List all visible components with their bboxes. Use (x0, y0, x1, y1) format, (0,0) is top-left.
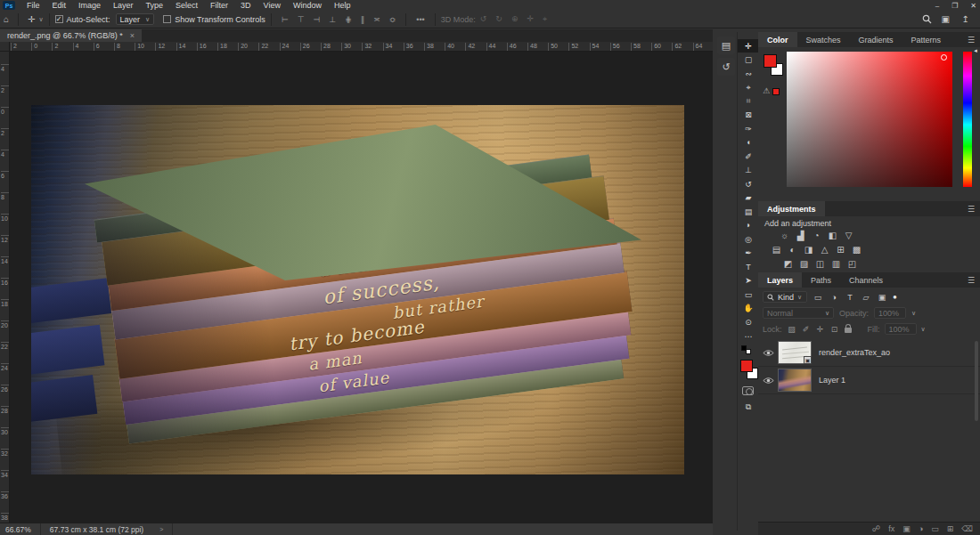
path-selection-tool[interactable]: ➤ (738, 274, 759, 288)
crop-tool[interactable]: ⌗ (738, 94, 759, 108)
history-panel-icon[interactable]: ↺ (717, 58, 735, 76)
delete-layer-icon[interactable]: ⌫ (961, 524, 973, 533)
search-icon[interactable] (922, 14, 932, 24)
layer-thumbnail[interactable] (778, 369, 812, 392)
align-center-icon[interactable]: ⊤ (293, 15, 309, 24)
default-background-swatch[interactable] (746, 349, 751, 354)
libraries-panel-icon[interactable]: ▤ (717, 36, 735, 54)
filter-pin-toggle[interactable]: ● (893, 293, 897, 301)
distribute-vertical-icon[interactable]: ⋕ (340, 15, 356, 24)
adjustment-layer-icon[interactable]: ◑ (919, 524, 923, 533)
zoom-tool[interactable]: ⊙ (738, 315, 759, 328)
lock-position-icon[interactable]: ✛ (815, 324, 826, 335)
menu-edit[interactable]: Edit (46, 1, 73, 10)
panel-foreground-swatch[interactable] (764, 54, 777, 68)
tab-patterns[interactable]: Patterns (902, 32, 951, 47)
color-panel-menu-icon[interactable]: ☰ (968, 36, 975, 45)
visibility-eye-icon[interactable] (758, 377, 778, 385)
color-balance-adjustment[interactable]: ◐ (786, 244, 799, 255)
color-picker-ring[interactable] (941, 54, 947, 61)
distribute-bottom-icon[interactable]: ≎ (385, 15, 401, 24)
gamut-warning-swatch[interactable] (772, 88, 780, 95)
rectangle-tool[interactable]: ▭ (738, 288, 759, 301)
close-button[interactable]: ✕ (970, 2, 976, 10)
opacity-scrubber-icon[interactable]: ∨ (911, 310, 916, 317)
layer-name[interactable]: Layer 1 (819, 376, 845, 385)
align-left-icon[interactable]: ⊢ (277, 15, 293, 24)
lock-pixels-icon[interactable]: ✐ (801, 324, 812, 335)
canvas-document[interactable]: Try not tobecomea manof success,but rath… (31, 105, 684, 474)
layer-row-layer-1[interactable]: Layer 1 (758, 367, 980, 394)
levels-adjustment[interactable]: ▟ (794, 230, 807, 241)
layer-mask-icon[interactable]: ▣ (902, 524, 911, 533)
color-spectrum-field[interactable] (787, 52, 952, 187)
rectangular-marquee-tool[interactable]: ▢ (738, 53, 759, 67)
auto-select-dropdown[interactable]: Layer ∨ (116, 13, 155, 25)
ruler-origin-corner[interactable] (0, 42, 10, 52)
adjustments-panel-menu-icon[interactable]: ☰ (968, 205, 975, 214)
hue-slider[interactable] (963, 52, 972, 187)
eraser-tool[interactable]: ▰ (738, 191, 759, 205)
share-icon[interactable]: ↥ (959, 14, 973, 24)
align-right-icon[interactable]: ⊣ (308, 15, 324, 24)
history-brush-tool[interactable]: ↺ (738, 177, 759, 190)
gradient-map-adjustment[interactable]: ▥ (829, 258, 843, 270)
link-layers-icon[interactable]: ☍ (872, 524, 880, 533)
visibility-eye-icon[interactable] (758, 349, 778, 357)
menu-help[interactable]: Help (328, 1, 357, 10)
object-selection-tool[interactable]: ⌖ (738, 81, 759, 94)
tab-adjustments[interactable]: Adjustments (758, 201, 825, 216)
type-tool[interactable]: T (738, 260, 759, 273)
layers-panel-menu-icon[interactable]: ☰ (968, 276, 975, 285)
photo-filter-adjustment[interactable]: △ (818, 244, 831, 255)
menu-filter[interactable]: Filter (204, 1, 234, 10)
brightness-contrast-adjustment[interactable]: ☼ (778, 230, 791, 241)
layer-filter-dropdown[interactable]: Kind ∨ (763, 291, 807, 303)
threshold-adjustment[interactable]: ◫ (813, 258, 827, 270)
posterize-adjustment[interactable]: ▨ (797, 258, 811, 270)
tab-layers[interactable]: Layers (758, 272, 802, 288)
distribute-top-icon[interactable]: ≍ (369, 15, 385, 24)
selective-color-adjustment[interactable]: ◰ (845, 258, 859, 270)
menu-3d[interactable]: 3D (234, 1, 257, 10)
opacity-field[interactable]: 100% (874, 307, 906, 319)
menu-view[interactable]: View (257, 1, 287, 10)
foreground-color-swatch[interactable] (740, 360, 753, 372)
align-edges-icon[interactable]: ⊥ (324, 15, 340, 24)
fill-field[interactable]: 100% (885, 323, 917, 335)
pen-tool[interactable]: ✒ (738, 247, 759, 260)
hue-slider-marker[interactable]: ◄ (973, 48, 978, 53)
gamut-warning-icon[interactable]: ⚠ (763, 86, 770, 95)
filter-type-icon[interactable]: T (844, 291, 856, 303)
tab-color[interactable]: Color (758, 32, 797, 47)
layer-effects-icon[interactable]: fx (888, 524, 894, 533)
layers-scrollbar[interactable] (975, 341, 978, 421)
channel-mixer-adjustment[interactable]: ⊞ (834, 244, 847, 255)
quick-mask-icon[interactable] (742, 386, 754, 395)
distribute-horizontal-icon[interactable]: ∥ (356, 15, 370, 24)
menu-layer[interactable]: Layer (107, 1, 140, 10)
layer-group-icon[interactable]: ▭ (931, 524, 939, 533)
tool-preset-chevron-icon[interactable]: ∨ (38, 16, 43, 23)
horizontal-ruler[interactable]: 2024681012141618202224262830323436384042… (0, 42, 713, 52)
layer-row-render-extratex-ao[interactable]: ▣ render_extraTex_ao (758, 339, 980, 367)
filter-smart-object-icon[interactable]: ▣ (876, 291, 888, 303)
show-transform-checkbox[interactable] (163, 15, 171, 23)
menu-image[interactable]: Image (72, 1, 107, 10)
layer-name[interactable]: render_extraTex_ao (819, 348, 890, 357)
color-lookup-adjustment[interactable]: ▩ (850, 244, 863, 255)
vertical-ruler[interactable]: 4202468101214161820222426283032343638 (0, 52, 10, 523)
filter-shape-icon[interactable]: ▱ (860, 291, 872, 303)
menu-window[interactable]: Window (287, 1, 328, 10)
lock-artboard-icon[interactable]: ⊡ (829, 324, 840, 335)
hand-tool[interactable]: ✋ (738, 302, 759, 315)
vibrance-adjustment[interactable]: ▽ (842, 230, 855, 241)
spot-healing-brush-tool[interactable]: ◖ (738, 136, 759, 150)
tab-swatches[interactable]: Swatches (797, 32, 850, 47)
home-icon[interactable]: ⌂ (0, 14, 12, 24)
zoom-level[interactable]: 66.67% (0, 525, 40, 534)
layer-thumbnail[interactable]: ▣ (778, 341, 812, 364)
eyedropper-tool[interactable]: ✑ (738, 122, 759, 135)
workspace-switcher-icon[interactable]: ▣ (938, 14, 953, 24)
invert-adjustment[interactable]: ◩ (781, 258, 795, 270)
